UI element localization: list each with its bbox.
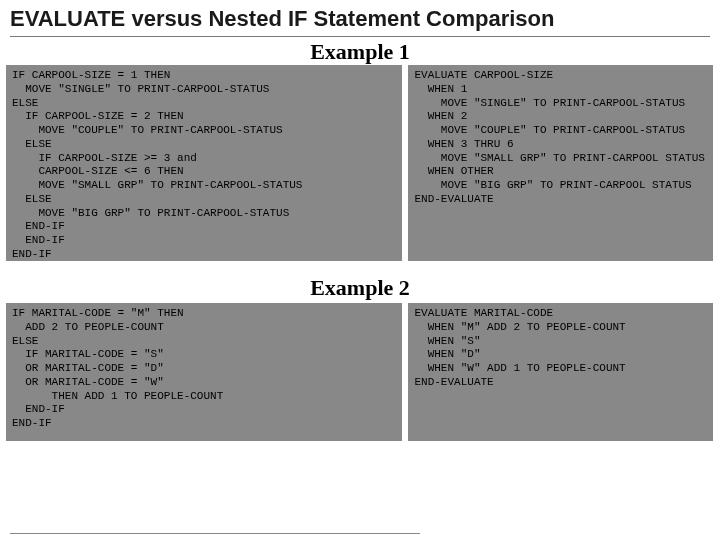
example1-evaluate-code: EVALUATE CARPOOL-SIZE WHEN 1 MOVE "SINGL… <box>408 65 712 261</box>
example2-nested-if-code: IF MARITAL-CODE = "M" THEN ADD 2 TO PEOP… <box>6 303 402 441</box>
example1-label: Example 1 <box>0 37 720 65</box>
page-title: EVALUATE versus Nested IF Statement Comp… <box>0 0 720 34</box>
footer-rule <box>10 533 420 534</box>
example2-label: Example 2 <box>0 273 720 301</box>
example1-nested-if-code: IF CARPOOL-SIZE = 1 THEN MOVE "SINGLE" T… <box>6 65 402 261</box>
example1-row: IF CARPOOL-SIZE = 1 THEN MOVE "SINGLE" T… <box>6 65 714 261</box>
example2-row: IF MARITAL-CODE = "M" THEN ADD 2 TO PEOP… <box>6 303 714 441</box>
example2-evaluate-code: EVALUATE MARITAL-CODE WHEN "M" ADD 2 TO … <box>408 303 712 441</box>
